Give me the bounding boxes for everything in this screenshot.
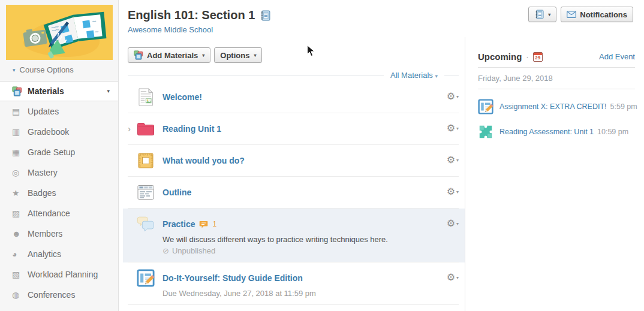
- add-materials-label: Add Materials: [147, 51, 198, 60]
- expand-chevron-icon[interactable]: ›: [128, 120, 137, 138]
- material-description: We will discuss different ways to practi…: [162, 235, 447, 244]
- course-options-label: Course Options: [20, 65, 74, 74]
- comment-count[interactable]: 1: [212, 220, 216, 228]
- event-time: 10:59 pm: [597, 128, 628, 136]
- sidebar-item-analytics[interactable]: ◕Analytics: [0, 244, 118, 264]
- caret-down-icon: ▾: [107, 88, 110, 94]
- divider: [444, 75, 459, 76]
- material-row: ›Welcome!⚙▾: [128, 81, 459, 113]
- sidebar-item-gradebook[interactable]: ▥Gradebook: [0, 122, 118, 142]
- assignment-icon: [478, 99, 493, 114]
- material-row: ›Assignment X: EXTRA CREDIT!⚙▾: [128, 305, 459, 311]
- sidebar-item-label: Members: [28, 229, 62, 238]
- badges-icon: ★: [12, 188, 28, 198]
- event-time: 5:59 pm: [610, 102, 637, 111]
- conferences-icon: ◍: [12, 290, 28, 300]
- mastery-icon: ◎: [12, 168, 28, 177]
- material-link[interactable]: Do-It-Yourself: Study Guide Edition: [162, 273, 303, 283]
- material-row: ›Practice1We will discuss different ways…: [128, 209, 459, 262]
- sidebar-item-label: Badges: [28, 188, 56, 198]
- material-status: ⊘Unpublished: [162, 246, 447, 255]
- dot-separator: ·: [526, 52, 528, 61]
- school-link[interactable]: Awesome Middle School: [128, 25, 459, 34]
- upcoming-date-header: Friday, June 29, 2018: [478, 74, 635, 83]
- divider: [478, 89, 635, 89]
- sidebar-item-badges[interactable]: ★Badges: [0, 183, 118, 203]
- gear-menu-button[interactable]: ⚙▾: [447, 273, 459, 282]
- page-title: English 101: Section 1: [128, 8, 255, 22]
- caret-down-icon: ▾: [202, 53, 204, 58]
- materials-icon: [134, 50, 143, 60]
- discussion-icon: [137, 215, 155, 233]
- page-outline-icon: [137, 183, 155, 201]
- material-row: ›Reading Unit 1⚙▾: [128, 113, 459, 145]
- sidebar-item-label: Conferences: [28, 290, 75, 300]
- upcoming-title: Upcoming: [478, 52, 522, 62]
- caret-down-icon: ▾: [456, 275, 459, 280]
- material-link[interactable]: Welcome!: [162, 92, 202, 102]
- materials-toolbar: Add Materials ▾ Options ▾: [128, 47, 459, 63]
- sidebar-item-conferences[interactable]: ◍Conferences: [0, 285, 118, 305]
- sidebar-item-label: Materials: [28, 86, 64, 96]
- notifications-button[interactable]: Notifications: [561, 7, 633, 22]
- options-button[interactable]: Options ▾: [214, 47, 262, 63]
- notifications-label: Notifications: [580, 10, 627, 19]
- divider: [478, 67, 635, 68]
- sidebar-item-label: Attendance: [28, 209, 70, 218]
- members-icon: ☻: [12, 229, 28, 238]
- upcoming-event-row: Reading Assessment: Unit 110:59 pm: [478, 124, 635, 140]
- event-link[interactable]: Reading Assessment: Unit 1: [499, 128, 594, 136]
- caret-down-icon: ▾: [456, 221, 459, 227]
- add-event-link[interactable]: Add Event: [599, 52, 635, 61]
- material-link[interactable]: Reading Unit 1: [162, 124, 221, 134]
- material-link[interactable]: Practice: [162, 219, 195, 229]
- gear-menu-button[interactable]: ⚙▾: [447, 187, 459, 197]
- assessment-puzzle-icon: [478, 124, 493, 140]
- course-options-toggle[interactable]: ▾ Course Options: [0, 60, 118, 80]
- sidebar-item-workload-planning[interactable]: ▧Workload Planning: [0, 264, 118, 285]
- material-row: ›Outline⚙▾: [128, 177, 459, 209]
- material-link[interactable]: What would you do?: [162, 156, 245, 165]
- gear-menu-button[interactable]: ⚙▾: [447, 123, 459, 133]
- sidebar-item-grade-setup[interactable]: ▦Grade Setup: [0, 142, 118, 162]
- caret-down-icon: ▾: [456, 94, 459, 99]
- materials-filter-dropdown[interactable]: All Materials ▾: [390, 71, 438, 80]
- course-nav: Materials▾▤Updates▥Gradebook▦Grade Setup…: [0, 81, 118, 305]
- sidebar-item-materials[interactable]: Materials▾: [0, 81, 118, 101]
- gear-menu-button[interactable]: ⚙▾: [447, 219, 459, 228]
- course-profile-image[interactable]: [6, 5, 113, 60]
- unpublished-icon: ⊘: [162, 246, 169, 255]
- caret-down-icon: ▾: [456, 189, 459, 195]
- gear-icon: ⚙: [447, 187, 455, 197]
- material-due-date: Due Wednesday, June 27, 2018 at 11:59 pm: [162, 289, 447, 298]
- sidebar-item-mastery[interactable]: ◎Mastery: [0, 162, 118, 183]
- gear-icon: ⚙: [447, 92, 455, 101]
- notebook-icon: [534, 10, 544, 19]
- material-link[interactable]: Outline: [162, 188, 191, 197]
- sidebar-item-label: Mastery: [28, 168, 58, 177]
- material-row: ›Do-It-Yourself: Study Guide EditionDue …: [128, 262, 459, 305]
- gradebook-icon: ▥: [12, 127, 28, 137]
- material-row: ›What would you do?⚙▾: [128, 145, 459, 177]
- gear-menu-button[interactable]: ⚙▾: [447, 92, 459, 101]
- assignment-icon: [137, 269, 155, 287]
- caret-down-icon: ▾: [548, 12, 550, 17]
- analytics-icon: ◕: [12, 249, 28, 259]
- page-media-icon: [137, 88, 155, 106]
- gear-icon: ⚙: [447, 155, 455, 165]
- sidebar-item-members[interactable]: ☻Members: [0, 224, 118, 244]
- caret-down-icon: ▾: [435, 73, 438, 79]
- grade-setup-icon: ▦: [12, 147, 28, 157]
- add-materials-button[interactable]: Add Materials ▾: [128, 47, 210, 63]
- calendar-icon[interactable]: 29: [533, 52, 543, 62]
- sidebar-item-attendance[interactable]: ▨Attendance: [0, 203, 118, 224]
- gear-menu-button[interactable]: ⚙▾: [447, 155, 459, 165]
- event-link[interactable]: Assignment X: EXTRA CREDIT!: [499, 102, 607, 111]
- course-quickview-button[interactable]: ▾: [528, 7, 556, 22]
- options-label: Options: [220, 51, 249, 60]
- left-sidebar: ▾ Course Options Materials▾▤Updates▥Grad…: [0, 0, 119, 311]
- sidebar-item-label: Workload Planning: [28, 270, 98, 279]
- gear-icon: ⚙: [447, 273, 455, 282]
- sidebar-item-updates[interactable]: ▤Updates: [0, 101, 118, 122]
- upcoming-panel: Upcoming · 29 Add Event Friday, June 29,…: [478, 52, 635, 149]
